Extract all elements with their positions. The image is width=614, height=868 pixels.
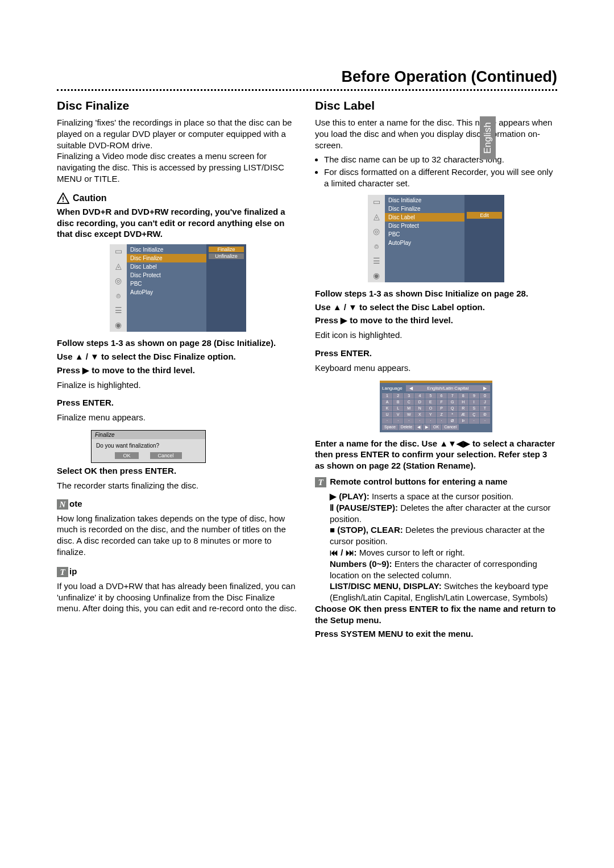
section-title-finalize: Disc Finalize bbox=[57, 99, 299, 112]
finalize-dialog: Finalize Do you want finalization? OK Ca… bbox=[91, 430, 206, 463]
osd-right-button: Unfinalize bbox=[209, 253, 244, 259]
keyboard-key: K bbox=[382, 406, 392, 411]
osd-icon-column: ▭ ◬ ◎ ⌾ ☰ ◉ bbox=[368, 195, 385, 282]
step-2: Use ▲ / ▼ to select the Disc Label optio… bbox=[315, 302, 557, 313]
language-tab: English bbox=[480, 116, 496, 160]
osd-icon-column: ▭ ◬ ◎ ⌾ ☰ ◉ bbox=[110, 244, 127, 332]
keyboard-key: H bbox=[458, 399, 468, 405]
osd-item: Disc Finalize bbox=[385, 205, 464, 213]
keyboard-key: N bbox=[414, 406, 425, 411]
osd-right-panel: Edit bbox=[464, 195, 504, 282]
keyboard-key: V bbox=[393, 412, 403, 418]
step-4-body: Finalize menu appears. bbox=[57, 412, 299, 423]
bullet-item: The disc name can be up to 32 characters… bbox=[324, 154, 557, 165]
intro-label: Use this to enter a name for the disc. T… bbox=[315, 117, 557, 151]
rc-item: Numbers (0~9): Enters the character of c… bbox=[330, 558, 557, 581]
rc-item: ▶ (PLAY): Inserts a space at the cursor … bbox=[330, 491, 557, 502]
osd-item: Disc Initialize bbox=[385, 196, 464, 205]
osd-menu-finalize: ▭ ◬ ◎ ⌾ ☰ ◉ Disc Initialize Disc Finaliz… bbox=[110, 244, 246, 332]
rc-item: ■ (STOP), CLEAR: Deletes the previous ch… bbox=[330, 524, 557, 547]
osd-item: PBC bbox=[127, 279, 206, 288]
keyboard-key: S bbox=[469, 406, 479, 411]
keyboard-key: B bbox=[393, 399, 403, 405]
osd-item-list: Disc Initialize Disc Finalize Disc Label… bbox=[385, 195, 464, 282]
step-6: Choose OK then press ENTER to fix the na… bbox=[315, 603, 557, 626]
osd-item: Disc Protect bbox=[127, 271, 206, 279]
list-icon: ☰ bbox=[373, 256, 380, 265]
keyboard-bottom-key: Cancel bbox=[442, 424, 459, 430]
keyboard-key: J bbox=[480, 399, 490, 405]
keyboard-key: · bbox=[425, 418, 435, 424]
step-3-head: Press ▶ to move to the third level. bbox=[57, 365, 299, 376]
antenna-icon: ◬ bbox=[115, 261, 122, 270]
dialog-cancel-button[interactable]: Cancel bbox=[150, 452, 182, 459]
keyboard-key: G bbox=[447, 399, 458, 405]
caution-label: Caution bbox=[73, 193, 107, 203]
list-icon: ☰ bbox=[115, 306, 122, 315]
note-label: ote bbox=[69, 499, 82, 508]
keyboard-key: Q bbox=[447, 406, 458, 411]
keyboard-key: 1 bbox=[382, 393, 392, 399]
osd-item: Disc Label bbox=[127, 262, 206, 271]
lock-icon: ⌾ bbox=[374, 241, 379, 251]
step-4-head: Press ENTER. bbox=[57, 397, 299, 408]
keyboard-bottom-key: ▶ bbox=[423, 424, 430, 430]
tip-icon: T bbox=[315, 477, 326, 487]
right-column: Disc Label Use this to enter a name for … bbox=[315, 99, 557, 641]
keyboard-lang-value: ◀ English/Latin Capital ▶ bbox=[406, 385, 490, 391]
right-arrow-icon: ▶ bbox=[483, 386, 487, 391]
keyboard-key: 2 bbox=[393, 393, 403, 399]
keyboard-key: * bbox=[447, 412, 458, 418]
step-5-head: Select OK then press ENTER. bbox=[57, 465, 299, 477]
cd-icon: ◉ bbox=[373, 271, 380, 280]
keyboard-key: E bbox=[425, 399, 435, 405]
caution-text: When DVD+R and DVD+RW recording, you've … bbox=[57, 206, 299, 240]
keyboard-key: W bbox=[404, 412, 414, 418]
caution-icon bbox=[57, 193, 69, 204]
keyboard-key: 5 bbox=[425, 393, 435, 399]
keyboard-key: · bbox=[382, 418, 392, 424]
dialog-message: Do you want finalization? bbox=[92, 439, 205, 450]
osd-right-button: Edit bbox=[467, 212, 502, 219]
page-header: Before Operation (Continued) bbox=[57, 68, 557, 86]
keyboard-key: 7 bbox=[447, 393, 458, 399]
keyboard-menu: Language ◀ English/Latin Capital ▶ 12345… bbox=[380, 381, 492, 432]
keyboard-key: M bbox=[404, 406, 414, 411]
keyboard-key: · bbox=[404, 418, 414, 424]
osd-right-panel: Finalize Unfinalize bbox=[206, 244, 246, 332]
keyboard-key: Þ bbox=[458, 418, 468, 424]
keyboard-key: Y bbox=[425, 412, 435, 418]
keyboard-key: C bbox=[404, 399, 414, 405]
keyboard-key: Æ bbox=[458, 412, 468, 418]
keyboard-lang-label: Language bbox=[382, 386, 403, 391]
tip-icon: T bbox=[57, 567, 68, 577]
note-body: How long finalization takes depends on t… bbox=[57, 513, 299, 558]
keyboard-key: · bbox=[414, 418, 425, 424]
osd-item: Disc Protect bbox=[385, 222, 464, 230]
step-3-body: Edit icon is highlighted. bbox=[315, 329, 557, 341]
osd-item: PBC bbox=[385, 230, 464, 239]
svg-point-1 bbox=[63, 201, 64, 202]
tip-label: Remote control buttons for entering a na… bbox=[330, 477, 508, 486]
divider bbox=[57, 89, 557, 91]
osd-item-selected: Disc Finalize bbox=[127, 254, 206, 262]
keyboard-key: P bbox=[437, 406, 447, 411]
keyboard-key: 4 bbox=[414, 393, 425, 399]
rc-item: LIST/DISC MENU, DISPLAY: Switches the ke… bbox=[330, 581, 557, 603]
bullet-item: For discs formatted on a different Recor… bbox=[324, 166, 557, 189]
keyboard-key: T bbox=[480, 406, 490, 411]
tip-body: If you load a DVD+RW that has already be… bbox=[57, 581, 299, 614]
osd-item-list: Disc Initialize Disc Finalize Disc Label… bbox=[127, 244, 206, 332]
keyboard-key: A bbox=[382, 399, 392, 405]
step-4-head: Press ENTER. bbox=[315, 348, 557, 359]
osd-menu-label: ▭ ◬ ◎ ⌾ ☰ ◉ Disc Initialize Disc Finaliz… bbox=[368, 195, 504, 282]
keyboard-key: 8 bbox=[458, 393, 468, 399]
keyboard-key: U bbox=[382, 412, 392, 418]
step-4-body: Keyboard menu appears. bbox=[315, 362, 557, 374]
keyboard-key: I bbox=[469, 399, 479, 405]
keyboard-key: L bbox=[393, 406, 403, 411]
dialog-ok-button[interactable]: OK bbox=[115, 452, 138, 459]
keyboard-bottom-key: Space bbox=[382, 424, 398, 430]
step-1: Follow steps 1-3 as shown Disc Initializ… bbox=[315, 288, 557, 299]
section-title-label: Disc Label bbox=[315, 99, 557, 112]
